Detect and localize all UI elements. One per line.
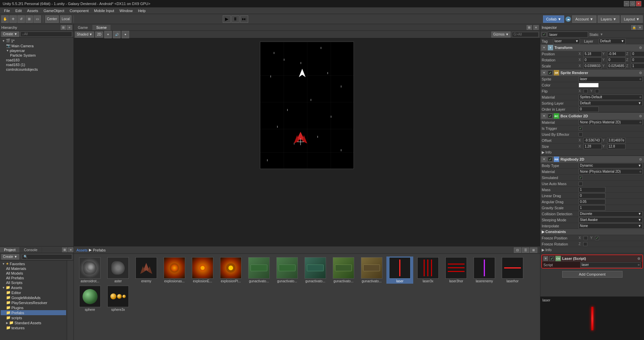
angular-drag-field[interactable] [579,199,605,205]
dimension-dropdown[interactable]: 2D [95,32,103,38]
tree-standard-assets[interactable]: ▶ 📁 Standard Assets [1,320,66,325]
minimize-btn[interactable]: ─ [624,1,629,6]
hierarchy-menu-btn[interactable]: ≡ [67,25,72,30]
maximize-btn[interactable]: □ [630,1,635,6]
close-btn[interactable]: ✕ [636,1,641,6]
hierarchy-item-controlcount[interactable]: controlcountobjects [1,67,73,72]
asset-gunactivato4[interactable]: gunactivato... [330,257,357,284]
asset-sphere3x[interactable]: sphere3x [105,285,131,312]
tag-dropdown[interactable]: laser ▼ [553,39,580,44]
tree-scripts[interactable]: 📁 scripts [1,315,66,320]
shading-dropdown[interactable]: Shaded ▼ [75,32,94,38]
ls-gear[interactable]: ⚙ [636,256,641,261]
tree-googlemobileads[interactable]: 📁 GoogleMobileAds [1,295,66,300]
transform-header[interactable]: ▼ T Transform ⚙ [540,44,644,51]
sprite-field[interactable]: laser○ [579,76,643,82]
sc-z-field[interactable] [631,63,644,69]
asset-gunactivato1[interactable]: gunactivato... [246,257,272,284]
scene-light-btn[interactable]: ☀ [104,31,112,38]
tree-all-scripts[interactable]: All Scripts [1,280,66,285]
rb-enabled[interactable]: ✓ [548,157,552,162]
rb-material-field[interactable]: None (Physics Material 2D)○ [579,169,643,174]
color-swatch[interactable] [579,83,599,88]
view-lock-btn[interactable]: ⊞ [527,25,532,30]
gizmos-btn[interactable]: Gizmos ▼ [491,32,511,38]
off-x-field[interactable] [583,138,602,143]
tree-plugins[interactable]: 📁 Plugins [1,305,66,310]
menu-component[interactable]: Component [67,8,91,13]
sprite-renderer-header[interactable]: ▼ ✓ SR Sprite Renderer ⚙ [540,69,644,76]
transform-gear[interactable]: ⚙ [638,45,643,50]
body-type-field[interactable]: Dynamic▼ [579,163,643,168]
scene-search[interactable] [512,32,539,37]
asset-sphere[interactable]: sphere [76,285,103,312]
used-by-effector-checkbox[interactable] [579,132,583,136]
local-btn[interactable]: Local [60,15,71,23]
simulated-checkbox[interactable]: ✓ [579,176,583,180]
hierarchy-item-scene[interactable]: ▼ 🎬 1* [1,38,73,43]
asset-aster[interactable]: aster [105,257,131,284]
asset-laserenemy[interactable]: laserenemy [471,257,498,284]
asset-laser3hor[interactable]: laser3hor [443,257,470,284]
hierarchy-search[interactable] [20,32,72,37]
fr-z-checkbox[interactable] [583,242,587,246]
collision-detection-field[interactable]: Discrete▼ [579,211,643,217]
tree-favorites[interactable]: ▼ ★ Favorites [1,261,66,266]
tree-all-prefabs[interactable]: All Prefabs [1,276,66,280]
bc-material-field[interactable]: None (Physics Material 2D)○ [579,120,643,125]
rect-tool[interactable]: ▭ [34,15,41,23]
sleeping-mode-field[interactable]: Start Awake▼ [579,217,643,223]
center-btn[interactable]: Center [45,15,59,23]
flip-y-checkbox[interactable] [595,89,599,93]
bc-header[interactable]: ▼ ✓ BC Box Collider 2D ⚙ [540,113,644,119]
account-btn[interactable]: Account ▼ [572,15,596,23]
project-menu-btn[interactable]: ≡ [68,247,73,252]
collab-btn[interactable]: Collab ▼ [543,15,564,23]
gravity-scale-field[interactable] [579,205,605,211]
project-lock-btn[interactable]: ⊞ [62,247,67,252]
rb-gear[interactable]: ⚙ [638,157,643,162]
size-y-field[interactable] [607,144,626,149]
tree-textures[interactable]: 📁 textures [1,325,66,330]
step-btn[interactable]: ⏭ [240,15,248,23]
asset-laser3x[interactable]: laser3x [415,257,441,284]
inspector-menu-btn[interactable]: ≡ [637,25,643,30]
assets-view-btn[interactable]: ☰ [522,247,529,253]
project-create-btn[interactable]: Create ▼ [1,254,19,260]
rotate-tool[interactable]: ↺ [17,15,25,23]
tree-playservices[interactable]: 📁 PlayServicesResolver [1,300,66,305]
play-btn[interactable]: ▶ [223,15,231,23]
laser-script-header[interactable]: ▼ ✓ CS Laser (Script) ⚙ [542,255,642,262]
tree-all-materials[interactable]: All Materials [1,266,66,271]
rot-x-field[interactable] [583,57,602,63]
sc-y-field[interactable] [607,63,626,69]
hierarchy-item-main-camera[interactable]: 📷 Main Camera [1,43,73,48]
mass-field[interactable] [579,187,605,192]
bc-enabled[interactable]: ✓ [548,114,552,118]
off-y-field[interactable] [607,138,626,143]
inspector-lock-btn[interactable]: 🔒 [631,25,637,30]
static-dropdown-icon[interactable]: ▼ [600,33,603,36]
ls-script-field[interactable]: laser○ [580,262,641,268]
asset-explosionpl[interactable]: explosionPl... [217,257,244,284]
move-tool[interactable]: ✛ [9,15,17,23]
asset-explosione[interactable]: explosionE... [189,257,216,284]
object-active-checkbox[interactable]: ✓ [542,32,546,37]
ls-enabled[interactable]: ✓ [549,256,554,261]
menu-gameobject[interactable]: GameObject [41,8,67,13]
order-field[interactable] [579,107,599,112]
hierarchy-item-particle-system[interactable]: Particle System [1,53,73,58]
project-search[interactable] [22,254,72,260]
layers-btn[interactable]: Layers ▼ [598,15,620,23]
size-x-field[interactable] [583,144,602,149]
hierarchy-item-road183[interactable]: road183 [1,58,73,62]
menu-mobile-input[interactable]: Mobile Input [91,8,117,13]
pause-btn[interactable]: ⏸ [231,15,239,23]
tree-assets[interactable]: ▼ 📁 Assets [1,285,66,290]
tree-all-models[interactable]: All Models [1,271,66,276]
asset-gunactivato2[interactable]: gunactivato... [274,257,301,284]
fp-x-checkbox[interactable] [584,236,588,240]
asset-gunactivato3[interactable]: gunactivato... [302,257,329,284]
scene-tab[interactable]: Scene [92,25,111,30]
is-trigger-checkbox[interactable]: ✓ [579,126,583,130]
